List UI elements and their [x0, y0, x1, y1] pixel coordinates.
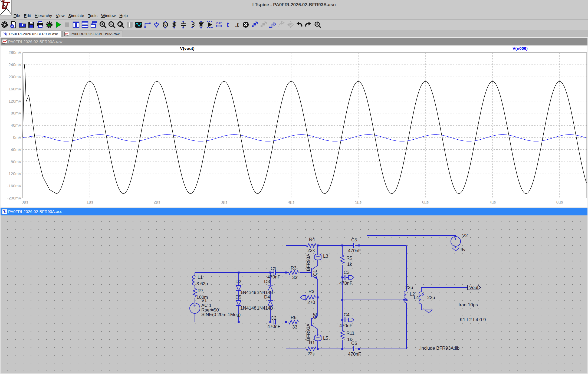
zoom-region-icon[interactable] — [313, 20, 321, 29]
schematic-capacitor-C6[interactable] — [351, 346, 358, 351]
tab-label: PA0FRI-2026.02-BFR93A.raw — [71, 32, 120, 36]
voltage-source-icon[interactable]: V — [161, 20, 170, 29]
svg-text:net: net — [216, 21, 222, 25]
cascade-windows-icon[interactable] — [89, 20, 98, 29]
schematic-label-C2: C2 — [271, 316, 277, 321]
schematic-label-D3: D3 — [264, 279, 270, 284]
pan-icon — [125, 20, 134, 29]
net-name-icon[interactable]: net — [214, 20, 223, 29]
schematic-label-9v: 9v — [461, 247, 465, 252]
schematic-resistor-R7[interactable] — [193, 288, 197, 297]
tile-horizontal-icon[interactable] — [80, 20, 89, 29]
zoom-out-icon[interactable] — [107, 20, 116, 29]
menubar: FileEditHierarchyViewSimulateToolsWindow… — [0, 12, 588, 19]
svg-text:V: V — [164, 23, 166, 27]
menu-simulate[interactable]: Simulate — [68, 13, 84, 18]
schematic-label-V2: V2 — [462, 233, 468, 238]
zoom-extents-icon[interactable] — [116, 20, 125, 29]
cut-icon[interactable] — [241, 20, 250, 29]
schematic-inductor-L4[interactable] — [419, 292, 421, 304]
schematic-inductor-L1[interactable] — [192, 275, 195, 285]
net-flag-arrow[interactable] — [300, 296, 306, 299]
drag-icon — [277, 20, 286, 29]
schematic-label-SINE(0 20m 1Meg): SINE(0 20m 1Meg) — [201, 312, 241, 317]
schematic-canvas[interactable]: VoutL13.62µR7100mV1AC 1Rser=50SINE(0 20m… — [1, 215, 587, 373]
menu-window[interactable]: Window — [101, 13, 116, 18]
trace-label-V(vout)[interactable]: V(vout) — [180, 46, 194, 51]
junction-dot — [238, 272, 240, 274]
menu-hierarchy[interactable]: Hierarchy — [35, 13, 52, 18]
component-icon[interactable] — [205, 20, 214, 29]
waveform-plot-area[interactable]: V(vout)V(n006)280mV240mV200mV160mV120mV8… — [1, 45, 587, 207]
ltspice-logo-icon — [0, 0, 12, 15]
schematic-resistor-R5[interactable] — [340, 255, 344, 263]
y-tick-label: -80mV — [9, 159, 21, 164]
spice-directive-icon[interactable]: .t — [232, 20, 241, 29]
schematic-source-V1-polarity — [193, 304, 196, 311]
y-tick-label: -40mV — [9, 147, 21, 152]
diode-icon[interactable] — [196, 20, 205, 29]
new-schematic-icon[interactable] — [9, 20, 18, 29]
schematic-label-R6: R6 — [291, 315, 297, 320]
waveform-plot[interactable]: V(vout)V(n006)280mV240mV200mV160mV120mV8… — [1, 45, 587, 207]
schematic-window-titlebar[interactable]: PA0FRI-2026.02-BFR93A.asc — [1, 208, 587, 215]
schematic-canvas-area[interactable]: VoutL13.62µR7100mV1AC 1Rser=50SINE(0 20m… — [1, 215, 587, 373]
junction-dot — [270, 321, 271, 323]
menu-edit[interactable]: Edit — [24, 13, 31, 18]
trace-V(vout)[interactable] — [23, 64, 586, 193]
schematic-label-270: 270 — [307, 300, 315, 305]
wire-icon[interactable] — [143, 20, 152, 29]
ground-icon[interactable] — [152, 20, 161, 29]
waveform-window-titlebar[interactable]: PA0FRI-2026.02-BFR93A.raw — [1, 38, 587, 45]
junction-dot — [341, 299, 343, 301]
tile-vertical-icon[interactable] — [71, 20, 80, 29]
zoom-in-icon[interactable] — [98, 20, 107, 29]
x-tick-label: 1µs — [87, 200, 93, 204]
tab-PA0FRI-2026.02-BFR93A.raw[interactable]: PA0FRI-2026.02-BFR93A.raw — [63, 31, 123, 37]
menu-help[interactable]: Help — [119, 13, 128, 18]
redo-icon[interactable] — [304, 20, 313, 29]
open-file-icon[interactable] — [18, 20, 27, 29]
schematic-resistor-R6[interactable] — [289, 320, 298, 324]
schematic-source-V2-polarity — [454, 238, 457, 244]
schematic-diode-D4[interactable] — [268, 301, 273, 306]
net-flag-arrow[interactable] — [349, 275, 354, 279]
schematic-resistor-R11[interactable] — [340, 330, 344, 339]
net-flag-arrow[interactable] — [349, 318, 354, 322]
trace-label-V(n006)[interactable]: V(n006) — [513, 46, 528, 51]
save-icon[interactable] — [27, 20, 36, 29]
print-icon[interactable] — [36, 20, 45, 29]
schematic-transistor-Q5-collector[interactable] — [312, 325, 318, 329]
tab-PA0FRI-2026.02-BFR93A.asc[interactable]: PA0FRI-2026.02-BFR93A.asc — [1, 31, 61, 37]
schematic-capacitor-C5[interactable] — [351, 243, 358, 248]
y-tick-label: 40mV — [11, 123, 21, 127]
schematic-resistor-R3[interactable] — [289, 271, 298, 274]
edit-simulation-cmd-icon[interactable]: .ac — [45, 20, 54, 29]
text-icon[interactable]: t — [223, 20, 232, 29]
menu-tools[interactable]: Tools — [88, 13, 97, 18]
menu-view[interactable]: View — [56, 13, 64, 18]
y-tick-label: 160mV — [8, 87, 21, 91]
schematic-transistor-Q1-collector[interactable] — [312, 265, 318, 270]
menu-file[interactable]: File — [14, 13, 20, 18]
schematic-label-22µ: 22µ — [427, 295, 435, 300]
autorange-y-icon[interactable] — [134, 20, 143, 29]
junction-dot — [317, 297, 319, 298]
schematic-resistor-R2[interactable] — [306, 296, 316, 299]
y-tick-label: 80mV — [11, 111, 21, 115]
inductor-icon[interactable] — [188, 20, 196, 29]
schematic-label-C6: C6 — [351, 341, 357, 346]
copy-icon[interactable] — [250, 20, 259, 29]
settings-gear-icon[interactable] — [0, 20, 9, 29]
resistor-icon[interactable] — [170, 20, 179, 29]
schematic-label-22k: 22k — [307, 351, 315, 356]
halt-icon — [63, 20, 71, 29]
run-icon[interactable] — [54, 20, 63, 29]
junction-dot — [317, 348, 319, 350]
capacitor-icon[interactable] — [179, 20, 188, 29]
undo-icon[interactable] — [295, 20, 304, 29]
schematic-diode-D5[interactable] — [236, 300, 241, 306]
schematic-resistor-R1[interactable] — [306, 347, 316, 351]
schematic-resistor-R4[interactable] — [306, 244, 316, 247]
move-icon[interactable] — [268, 20, 277, 29]
